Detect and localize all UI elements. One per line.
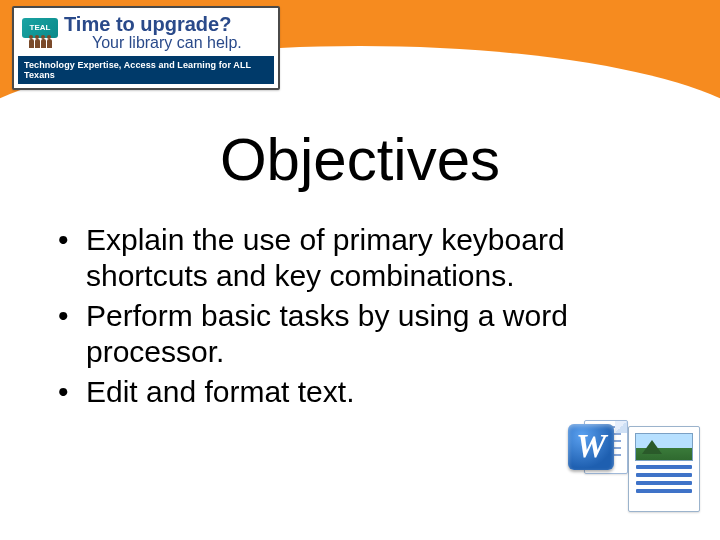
badge-top: TEAL Time to upgrade? Your library can h…	[18, 12, 274, 56]
people-icon	[29, 39, 52, 48]
teal-logo: TEAL	[22, 18, 58, 38]
list-item: Perform basic tasks by using a word proc…	[58, 298, 680, 370]
landscape-photo-icon	[635, 433, 693, 461]
word-w-badge: W	[568, 424, 614, 470]
objectives-list: Explain the use of primary keyboard shor…	[40, 222, 680, 410]
document-photo-icon	[628, 426, 700, 512]
badge-footer: Technology Expertise, Access and Learnin…	[18, 56, 274, 84]
slide-title: Objectives	[40, 125, 680, 194]
badge-line-upgrade: Time to upgrade?	[64, 14, 270, 35]
teal-logo-block: TEAL	[22, 18, 58, 48]
teal-badge: TEAL Time to upgrade? Your library can h…	[12, 6, 280, 90]
word-picture-icon-group: W	[568, 412, 700, 512]
badge-lines: Time to upgrade? Your library can help.	[64, 14, 270, 52]
badge-line-library: Your library can help.	[64, 35, 270, 52]
list-item: Explain the use of primary keyboard shor…	[58, 222, 680, 294]
ms-word-icon: W	[568, 414, 634, 480]
slide-content: Objectives Explain the use of primary ke…	[0, 120, 720, 414]
list-item: Edit and format text.	[58, 374, 680, 410]
